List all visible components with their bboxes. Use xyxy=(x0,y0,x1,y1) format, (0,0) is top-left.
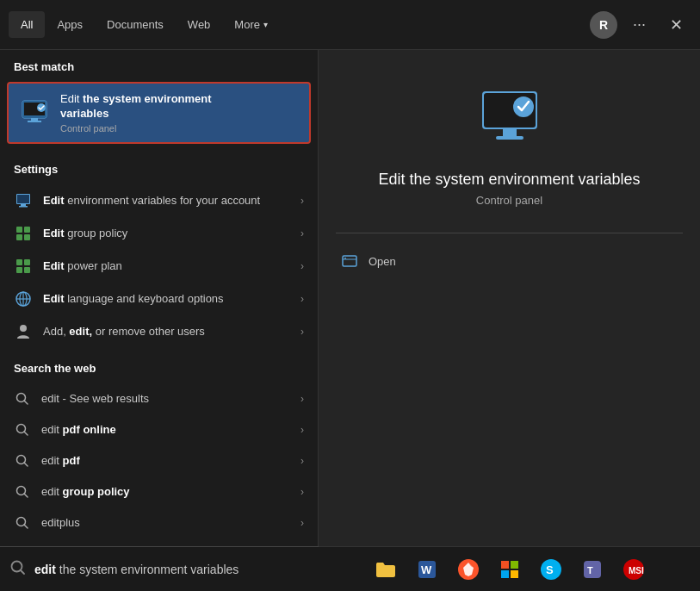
settings-section: Edit environment variables for your acco… xyxy=(0,181,318,351)
web-edit-text: edit - See web results xyxy=(41,392,290,405)
svg-rect-39 xyxy=(344,258,346,259)
svg-rect-15 xyxy=(24,259,30,265)
taskbar-skype-icon[interactable]: S xyxy=(534,552,568,587)
search-bold-text: edit xyxy=(34,563,56,576)
svg-rect-38 xyxy=(343,256,356,266)
settings-item-power-plan[interactable]: Edit power plan › xyxy=(0,250,318,283)
svg-text:T: T xyxy=(587,565,593,575)
tab-all[interactable]: All xyxy=(9,11,45,38)
search-icon-3 xyxy=(14,452,31,470)
svg-text:S: S xyxy=(546,563,554,576)
svg-line-41 xyxy=(21,570,24,574)
web-item-pdf-online[interactable]: edit pdf online › xyxy=(0,414,318,445)
tab-documents-label: Documents xyxy=(107,18,164,31)
svg-line-32 xyxy=(24,525,28,528)
svg-rect-3 xyxy=(31,118,38,121)
chevron-right-icon: › xyxy=(300,195,304,207)
web-group-policy-text: edit group policy xyxy=(41,485,290,498)
svg-rect-48 xyxy=(511,570,518,578)
web-pdf-text: edit pdf xyxy=(41,454,290,467)
open-action[interactable]: Open xyxy=(336,242,683,280)
taskbar-msi-icon[interactable]: MSI xyxy=(616,552,651,587)
settings-item-group-policy[interactable]: Edit group policy › xyxy=(0,217,318,250)
web-item-edit[interactable]: edit - See web results › xyxy=(0,383,318,414)
settings-label: Settings xyxy=(0,152,318,181)
right-panel-title: Edit the system environment variables xyxy=(378,171,640,189)
taskbar-brave-icon[interactable] xyxy=(451,552,486,587)
taskbar-windows-store-icon[interactable] xyxy=(492,552,527,587)
language-icon xyxy=(14,289,33,308)
chevron-right-icon-6: › xyxy=(300,393,304,405)
system-env-icon xyxy=(19,97,50,128)
taskbar-word-icon[interactable]: W xyxy=(410,552,444,587)
nav-right: R ··· ✕ xyxy=(590,11,691,39)
settings-item-users[interactable]: Add, edit, or remove other users › xyxy=(0,315,318,348)
taskbar-teams-icon[interactable]: T xyxy=(575,552,610,587)
search-icon-1 xyxy=(14,390,31,407)
chevron-right-icon-2: › xyxy=(300,227,304,240)
search-icon-2 xyxy=(14,421,31,439)
more-options-button[interactable]: ··· xyxy=(626,12,653,37)
best-match-label: Best match xyxy=(0,50,318,78)
tab-web[interactable]: Web xyxy=(176,11,223,38)
chevron-right-icon-3: › xyxy=(300,260,304,272)
settings-power-plan-text: Edit power plan xyxy=(43,259,290,272)
chevron-right-icon-5: › xyxy=(300,326,304,338)
tab-web-label: Web xyxy=(188,18,211,31)
main-content: Best match Edit xyxy=(0,50,700,591)
web-search-section: edit - See web results › edit pdf online xyxy=(0,380,318,542)
env-vars-icon xyxy=(14,191,33,210)
settings-env-vars-text: Edit environment variables for your acco… xyxy=(43,194,290,207)
tab-apps[interactable]: Apps xyxy=(45,11,95,38)
svg-text:MSI: MSI xyxy=(629,566,644,575)
search-icon-4 xyxy=(14,483,31,501)
taskbar-folder-icon[interactable] xyxy=(369,552,403,587)
svg-rect-4 xyxy=(28,121,41,122)
taskbar: W S xyxy=(319,546,700,591)
chevron-right-icon-8: › xyxy=(300,455,304,467)
web-item-editplus[interactable]: editplus › xyxy=(0,507,318,538)
right-panel-subtitle: Control panel xyxy=(476,194,542,207)
best-match-title: Edit the system environment variables xyxy=(60,92,299,121)
svg-rect-16 xyxy=(16,267,22,273)
settings-group-policy-text: Edit group policy xyxy=(43,227,290,240)
search-rest-text: the system environment variables xyxy=(59,563,239,576)
tab-apps-label: Apps xyxy=(57,18,83,31)
web-item-pdf[interactable]: edit pdf › xyxy=(0,445,318,476)
svg-rect-14 xyxy=(16,259,22,265)
nav-tabs: All Apps Documents Web More ▾ R ··· ✕ xyxy=(0,0,700,50)
svg-line-24 xyxy=(24,401,28,404)
svg-rect-17 xyxy=(24,267,30,273)
settings-language-text: Edit language and keyboard options xyxy=(43,292,290,305)
svg-rect-8 xyxy=(21,204,26,206)
svg-rect-12 xyxy=(16,234,22,240)
search-query-display[interactable]: edit the system environment variables xyxy=(34,563,308,576)
best-match-item[interactable]: Edit the system environment variables Co… xyxy=(7,82,311,144)
settings-item-env-vars[interactable]: Edit environment variables for your acco… xyxy=(0,184,318,217)
best-match-text: Edit the system environment variables Co… xyxy=(60,92,299,134)
settings-item-language[interactable]: Edit language and keyboard options › xyxy=(0,283,318,315)
svg-rect-10 xyxy=(16,227,22,233)
search-bar-icon xyxy=(10,560,26,579)
chevron-down-icon: ▾ xyxy=(263,20,268,29)
web-item-group-policy[interactable]: edit group policy › xyxy=(0,476,318,507)
tab-documents[interactable]: Documents xyxy=(95,11,176,38)
svg-line-28 xyxy=(24,463,28,466)
chevron-right-icon-7: › xyxy=(300,424,304,436)
svg-rect-7 xyxy=(17,195,29,203)
close-button[interactable]: ✕ xyxy=(661,12,691,38)
svg-rect-11 xyxy=(24,227,30,233)
user-avatar[interactable]: R xyxy=(590,11,617,39)
web-editplus-text: editplus xyxy=(41,516,290,529)
open-label: Open xyxy=(369,255,396,268)
svg-line-30 xyxy=(24,494,28,497)
power-plan-icon xyxy=(14,257,33,276)
right-panel: Edit the system environment variables Co… xyxy=(319,50,700,591)
tab-more-label: More xyxy=(234,18,260,31)
left-panel: Best match Edit xyxy=(0,50,319,591)
svg-point-22 xyxy=(20,325,27,332)
panel-divider xyxy=(336,233,683,233)
tab-more[interactable]: More ▾ xyxy=(222,11,280,38)
svg-rect-36 xyxy=(496,136,523,140)
web-pdf-online-text: edit pdf online xyxy=(41,423,290,436)
